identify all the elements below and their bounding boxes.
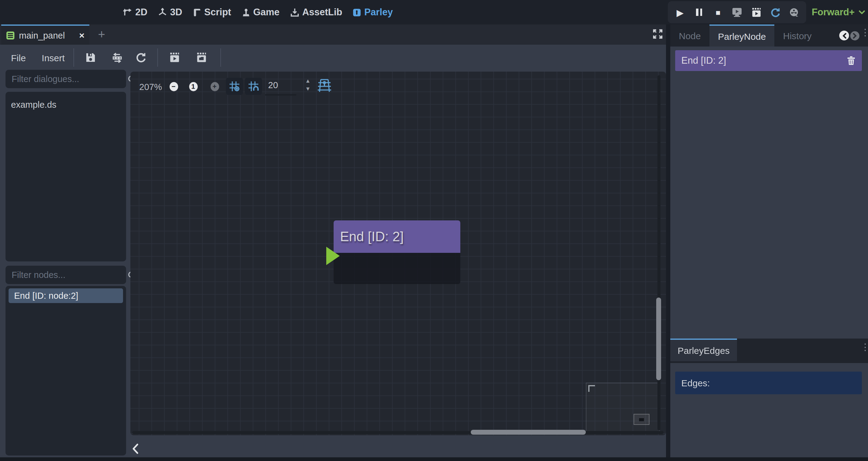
grid-visibility-icon <box>229 81 240 92</box>
dock-tabs-next-button[interactable] <box>850 31 860 40</box>
tab-3d-label: 3D <box>170 7 182 18</box>
show-grid-toggle[interactable] <box>225 78 243 95</box>
play-scene-button[interactable] <box>730 5 744 19</box>
undo-icon <box>135 52 146 63</box>
movie-folder-icon <box>195 52 207 63</box>
input-port-icon[interactable] <box>326 247 339 265</box>
chevron-left-icon <box>842 33 846 38</box>
dock-menu-dots-icon[interactable]: ⋮ <box>861 29 867 35</box>
add-scene-tab-button[interactable]: + <box>95 28 108 40</box>
graph-node-title[interactable]: End [ID: 2] <box>333 220 460 253</box>
trash-icon <box>846 56 856 65</box>
dock-tab-node[interactable]: Node <box>670 25 709 47</box>
tab-2d[interactable]: 2D <box>123 7 148 18</box>
spin-up-icon[interactable]: ▲ <box>305 79 311 84</box>
movie-maker-button[interactable] <box>787 5 801 19</box>
expand-icon[interactable] <box>653 29 663 39</box>
delete-node-button[interactable] <box>846 56 856 65</box>
top-menu-bar: 2D 3D Script <box>0 0 868 25</box>
tab-assetlib-label: AssetLib <box>302 7 342 18</box>
tab-parley[interactable]: Parley <box>352 7 393 18</box>
filter-dialogues-field[interactable] <box>10 73 127 85</box>
movie-play-icon <box>751 7 761 18</box>
graph-canvas[interactable]: 207% − 1 + ▲ ▼ <box>130 72 666 435</box>
window-bottom-edge <box>0 457 868 461</box>
3d-icon <box>158 8 167 17</box>
minimap-camera-rect[interactable] <box>633 414 649 425</box>
play-scene-icon <box>732 7 743 18</box>
dock-tab-parleynode[interactable]: ParleyNode <box>709 25 775 47</box>
minimap-icon <box>316 78 332 94</box>
graph-node-end[interactable]: End [ID: 2] <box>333 220 460 284</box>
pause-button[interactable] <box>692 5 706 19</box>
parley-node-header: End [ID: 2] <box>675 50 862 71</box>
renderer-selector[interactable]: Forward+ <box>812 0 866 25</box>
godot-parley-editor: 2D 3D Script <box>0 0 868 461</box>
filter-nodes-field[interactable] <box>10 269 127 280</box>
grid-size-spinner[interactable]: ▲ ▼ <box>305 79 311 92</box>
dialogues-list: example.ds <box>5 92 126 262</box>
minimap-toggle[interactable] <box>316 78 332 94</box>
game-icon <box>242 8 250 17</box>
edges-menu-dots-icon[interactable]: ⋮ <box>861 344 867 350</box>
test-dialogue-button[interactable] <box>166 50 182 65</box>
script-icon <box>192 8 201 17</box>
graph-node-body <box>333 253 460 284</box>
tab-script[interactable]: Script <box>192 7 231 18</box>
play-custom-scene-button[interactable] <box>749 5 763 19</box>
close-icon[interactable]: × <box>79 30 85 40</box>
reload-button[interactable] <box>768 5 782 19</box>
filter-dialogues-input[interactable] <box>5 70 126 88</box>
play-icon: ▶ <box>676 8 683 17</box>
toolbar-separator <box>157 49 158 67</box>
h-scrollbar-thumb[interactable] <box>470 429 586 434</box>
grid-size-field[interactable] <box>265 79 296 90</box>
scene-tab-main-panel[interactable]: main_panel × <box>1 25 89 45</box>
test-dialogue-from-start-button[interactable] <box>193 50 209 65</box>
editor-main-tabs: 2D 3D Script <box>123 0 393 25</box>
2d-icon <box>123 8 132 17</box>
save-button[interactable] <box>82 50 98 65</box>
film-reel-icon <box>789 7 799 18</box>
play-button[interactable]: ▶ <box>673 5 687 19</box>
dock-splitter[interactable] <box>666 25 670 461</box>
reload-icon <box>770 7 780 18</box>
scene-tab-label: main_panel <box>19 30 75 40</box>
refresh-button[interactable] <box>132 50 149 65</box>
movie-play-icon <box>168 52 180 63</box>
edges-header: Edges: <box>675 372 862 394</box>
tab-script-label: Script <box>204 7 231 18</box>
graph-minimap[interactable] <box>586 382 659 433</box>
node-item-selected[interactable]: End [ID: node:2] <box>8 288 123 303</box>
zoom-out-button[interactable]: − <box>169 82 178 91</box>
spin-down-icon[interactable]: ▼ <box>305 86 311 92</box>
grid-size-spinbox[interactable] <box>265 79 296 95</box>
stop-button[interactable]: ■ <box>711 5 725 19</box>
dock-tab-history[interactable]: History <box>775 25 820 47</box>
minimap-node-rect <box>639 418 644 421</box>
tab-game-label: Game <box>253 7 279 18</box>
scene-list-icon <box>6 31 15 39</box>
tab-3d[interactable]: 3D <box>158 7 182 18</box>
dialogue-item[interactable]: example.ds <box>5 97 126 113</box>
scene-tab-bar: main_panel × + <box>0 25 666 45</box>
parleyedges-tab-label: ParleyEdges <box>678 345 730 356</box>
zoom-in-button[interactable]: + <box>210 82 219 91</box>
insert-menu[interactable]: Insert <box>39 52 67 63</box>
dock-tab-bar: Node ParleyNode History <box>670 25 868 47</box>
arrange-nodes-button[interactable] <box>109 50 125 65</box>
zoom-reset-button[interactable]: 1 <box>189 82 197 91</box>
filter-nodes-input[interactable] <box>5 266 126 284</box>
chevron-down-icon <box>858 10 866 15</box>
file-menu[interactable]: File <box>8 52 28 63</box>
snap-grid-toggle[interactable] <box>245 78 262 95</box>
tab-game[interactable]: Game <box>242 7 279 18</box>
edges-label: Edges: <box>681 378 710 388</box>
arrange-nodes-icon <box>112 52 123 63</box>
collapse-sidebar-button[interactable] <box>132 443 139 454</box>
dock-tabs-prev-button[interactable] <box>839 31 849 40</box>
v-scrollbar-thumb[interactable] <box>656 298 661 380</box>
parley-node-header-label: End [ID: 2] <box>681 55 846 66</box>
tab-assetlib[interactable]: AssetLib <box>290 7 342 18</box>
tab-parleyedges[interactable]: ParleyEdges <box>670 339 737 361</box>
